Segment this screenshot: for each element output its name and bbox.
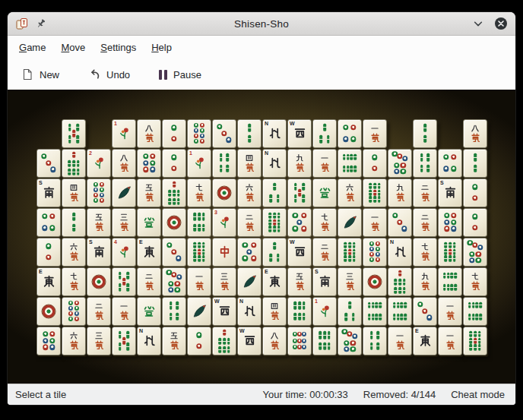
menu-help[interactable]: Help	[144, 38, 179, 57]
mahjong-tile-c2[interactable]	[187, 327, 211, 355]
mahjong-tile-b6[interactable]	[187, 208, 211, 237]
mahjong-tile-c2[interactable]	[36, 238, 61, 267]
mahjong-tile-c1[interactable]	[363, 267, 387, 296]
mahjong-tile-c7[interactable]	[463, 238, 487, 267]
mahjong-tile-b3[interactable]	[262, 178, 287, 207]
mahjong-tile-c8[interactable]	[187, 119, 211, 148]
mahjong-tile-m3[interactable]	[112, 208, 136, 237]
mahjong-tile-m5[interactable]	[162, 327, 186, 355]
mahjong-tile-c7[interactable]	[162, 267, 186, 296]
new-button[interactable]: New	[17, 65, 64, 84]
mahjong-tile-c7[interactable]	[388, 149, 412, 178]
mahjong-tile-m5[interactable]	[137, 178, 161, 207]
mahjong-tile-b4[interactable]	[162, 297, 186, 326]
mahjong-tile-m1[interactable]	[438, 327, 462, 355]
mahjong-tile-c4[interactable]	[338, 119, 362, 148]
mahjong-tile-wE[interactable]: E	[137, 238, 161, 267]
mahjong-tile-b9[interactable]	[338, 238, 362, 267]
mahjong-tile-b7[interactable]	[162, 178, 186, 207]
mahjong-tile-c2[interactable]	[463, 178, 487, 207]
mahjong-tile-m1[interactable]	[363, 208, 387, 237]
mahjong-tile-c1[interactable]	[87, 267, 111, 296]
mahjong-tile-m2[interactable]	[312, 238, 337, 267]
menu-settings[interactable]: Settings	[94, 38, 143, 57]
mahjong-tile-c5[interactable]	[287, 208, 312, 237]
mahjong-tile-dG[interactable]	[137, 208, 161, 237]
mahjong-tile-m3[interactable]	[212, 267, 236, 296]
pause-button[interactable]: Pause	[154, 66, 206, 84]
mahjong-tile-c3[interactable]	[162, 238, 186, 267]
mahjong-tile-b1[interactable]	[338, 208, 362, 237]
mahjong-tile-m9[interactable]	[287, 149, 312, 178]
mahjong-tile-b2[interactable]	[62, 208, 86, 237]
mahjong-tile-b1[interactable]	[112, 178, 136, 207]
mahjong-tile-m2[interactable]	[87, 297, 111, 326]
mahjong-tile-c7[interactable]	[338, 327, 362, 355]
mahjong-tile-c6[interactable]	[137, 149, 161, 178]
mahjong-tile-b7[interactable]	[212, 327, 236, 355]
mahjong-tile-m4[interactable]	[62, 178, 86, 207]
mahjong-tile-m2[interactable]	[413, 178, 437, 207]
mahjong-tile-b5[interactable]	[112, 327, 136, 355]
mahjong-tile-c8[interactable]	[363, 238, 387, 267]
mahjong-tile-m7[interactable]	[187, 178, 211, 207]
mahjong-tile-b3[interactable]	[262, 238, 287, 267]
undo-button[interactable]: Undo	[84, 65, 135, 84]
mahjong-tile-b7[interactable]	[62, 149, 86, 178]
mahjong-tile-m8[interactable]	[463, 119, 487, 148]
mahjong-tile-m5[interactable]	[87, 208, 111, 237]
mahjong-tile-m6[interactable]	[62, 238, 86, 267]
mahjong-tile-c1[interactable]	[212, 178, 236, 207]
mahjong-tile-dR[interactable]	[212, 238, 236, 267]
mahjong-tile-c6[interactable]	[438, 208, 462, 237]
mahjong-tile-c3[interactable]	[413, 297, 437, 326]
mahjong-tile-b7[interactable]	[388, 267, 412, 296]
mahjong-tile-b3[interactable]	[338, 297, 362, 326]
mahjong-tile-c2[interactable]	[363, 149, 387, 178]
mahjong-tile-m7[interactable]	[463, 267, 487, 296]
mahjong-tile-b9[interactable]	[262, 208, 287, 237]
mahjong-tile-f2[interactable]: 2	[87, 149, 111, 178]
mahjong-tile-b8[interactable]	[463, 297, 487, 326]
mahjong-tile-m6[interactable]	[237, 178, 262, 207]
mahjong-tile-b9[interactable]	[187, 238, 211, 267]
mahjong-tile-b5[interactable]	[287, 178, 312, 207]
mahjong-tile-m3[interactable]	[338, 267, 362, 296]
mahjong-tile-f4[interactable]: 4	[112, 238, 136, 267]
mahjong-tile-m3[interactable]	[87, 327, 111, 355]
mahjong-tile-b5[interactable]	[112, 267, 136, 296]
mahjong-tile-m5[interactable]	[287, 267, 312, 296]
mahjong-tile-wS[interactable]: S	[36, 178, 61, 207]
menu-move[interactable]: Move	[54, 38, 92, 57]
mahjong-tile-b4[interactable]	[212, 149, 236, 178]
mahjong-tile-dG[interactable]	[312, 178, 337, 207]
mahjong-tile-m1[interactable]	[112, 297, 136, 326]
mahjong-tile-m7[interactable]	[312, 208, 337, 237]
mahjong-tile-wS[interactable]: S	[312, 267, 337, 296]
mahjong-tile-wN[interactable]: N	[262, 149, 287, 178]
mahjong-tile-c3[interactable]	[36, 149, 61, 178]
mahjong-tile-c2[interactable]	[162, 149, 186, 178]
mahjong-tile-c2[interactable]	[162, 119, 186, 148]
mahjong-tile-c6[interactable]	[36, 327, 61, 355]
menu-game[interactable]: Game	[12, 38, 52, 57]
mahjong-tile-c4[interactable]	[36, 208, 61, 237]
mahjong-tile-b9[interactable]	[363, 178, 387, 207]
mahjong-tile-c9[interactable]	[287, 327, 312, 355]
mahjong-tile-m4[interactable]	[237, 149, 262, 178]
mahjong-tile-b4[interactable]	[413, 149, 437, 178]
minimize-button[interactable]	[471, 17, 485, 30]
mahjong-tile-wW[interactable]: W	[212, 297, 236, 326]
mahjong-tile-c3[interactable]	[212, 119, 236, 148]
mahjong-tile-c4[interactable]	[438, 149, 462, 178]
mahjong-tile-m4[interactable]	[262, 297, 287, 326]
mahjong-tile-m2[interactable]	[237, 208, 262, 237]
mahjong-tile-b9[interactable]	[438, 238, 462, 267]
mahjong-tile-c2[interactable]	[463, 208, 487, 237]
mahjong-tile-wS[interactable]: S	[87, 238, 111, 267]
mahjong-tile-wS[interactable]: S	[438, 178, 462, 207]
mahjong-tile-c8[interactable]	[62, 297, 86, 326]
mahjong-tile-m1[interactable]	[388, 327, 412, 355]
mahjong-tile-wE[interactable]: E	[413, 327, 437, 355]
mahjong-tile-wE[interactable]: E	[36, 267, 61, 296]
